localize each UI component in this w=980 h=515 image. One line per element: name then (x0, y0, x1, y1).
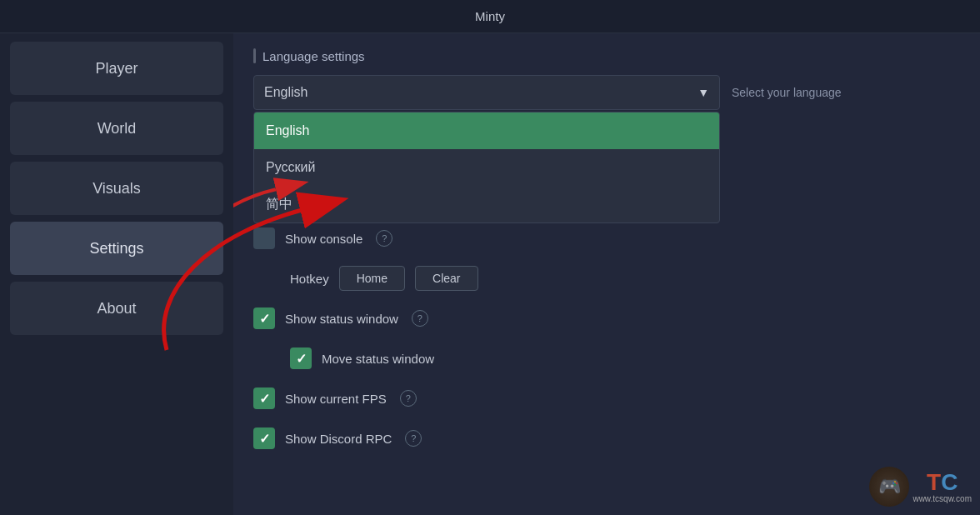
clear-button[interactable]: Clear (415, 266, 478, 291)
sidebar-label-visuals: Visuals (92, 180, 141, 198)
setting-row-show-fps: ✓ Show current FPS ? (253, 378, 960, 418)
setting-label-show-discord: Show Discord RPC (285, 432, 392, 446)
section-header-text: Language settings (262, 49, 365, 63)
checkmark-show-fps: ✓ (259, 391, 270, 407)
sidebar-item-visuals[interactable]: Visuals (10, 162, 223, 215)
language-dropdown: English Русский 简中 (253, 112, 720, 223)
help-badge-show-status-window[interactable]: ? (412, 310, 428, 327)
setting-row-move-status-window: ✓ Move status window (253, 338, 960, 378)
language-select-wrapper: English ▼ English Русский 简中 (253, 75, 720, 110)
setting-label-show-console: Show console (285, 232, 362, 246)
help-badge-show-discord[interactable]: ? (405, 430, 422, 447)
hotkey-label: Hotkey (290, 272, 329, 286)
language-row: English ▼ English Русский 简中 Select you (253, 75, 960, 110)
main-container: Player World Visuals Settings About Lang… (0, 33, 980, 515)
title-bar: Minty (0, 0, 980, 33)
hotkey-row: Hotkey Home Clear (253, 258, 960, 298)
watermark-url: www.tcsqw.com (912, 494, 972, 503)
setting-label-move-status-window: Move status window (322, 352, 434, 366)
lang-option-english[interactable]: English (254, 112, 719, 149)
lang-option-chinese[interactable]: 简中 (254, 186, 719, 222)
sidebar-item-settings[interactable]: Settings (10, 222, 223, 275)
watermark-tc: TC (927, 471, 958, 494)
checkbox-show-discord[interactable]: ✓ (253, 428, 275, 449)
setting-row-show-console: Show console ? (253, 218, 960, 258)
checkmark-move-status-window: ✓ (296, 351, 307, 367)
watermark: 🎮 TC www.tcsqw.com (869, 467, 972, 507)
sidebar-label-player: Player (95, 60, 138, 78)
setting-label-show-status-window: Show status window (285, 312, 398, 326)
help-badge-show-console[interactable]: ? (376, 230, 392, 247)
checkbox-show-console[interactable] (253, 228, 275, 249)
dropdown-arrow-icon: ▼ (698, 86, 709, 99)
checkbox-show-fps[interactable]: ✓ (253, 388, 275, 409)
sidebar-label-about: About (97, 300, 136, 318)
language-selected-value: English (264, 85, 308, 100)
checkbox-move-status-window[interactable]: ✓ (290, 348, 312, 369)
language-hint: Select your language (732, 86, 842, 99)
help-badge-show-fps[interactable]: ? (400, 390, 417, 407)
section-header-line (253, 48, 256, 63)
setting-row-show-status-window: ✓ Show status window ? (253, 298, 960, 338)
language-select-display[interactable]: English ▼ (253, 75, 720, 110)
checkbox-show-status-window[interactable]: ✓ (253, 308, 275, 329)
setting-row-show-discord: ✓ Show Discord RPC ? (253, 418, 960, 458)
sidebar-item-player[interactable]: Player (10, 42, 223, 95)
watermark-icon: 🎮 (869, 467, 909, 507)
checkmark-show-status-window: ✓ (259, 311, 270, 327)
sidebar: Player World Visuals Settings About (0, 33, 233, 515)
content-area: Language settings English ▼ English Русс… (233, 33, 980, 515)
setting-label-show-fps: Show current FPS (285, 392, 387, 406)
lang-option-russian[interactable]: Русский (254, 149, 719, 186)
app-title: Minty (475, 9, 505, 23)
sidebar-label-settings: Settings (89, 240, 143, 258)
checkmark-show-discord: ✓ (259, 431, 270, 447)
home-button[interactable]: Home (339, 266, 405, 291)
watermark-text: TC www.tcsqw.com (912, 471, 972, 503)
sidebar-item-world[interactable]: World (10, 102, 223, 155)
sidebar-label-world: World (98, 120, 137, 138)
section-header: Language settings (253, 48, 960, 63)
settings-section: Show console ? Hotkey Home Clear ✓ Show … (253, 218, 960, 458)
sidebar-item-about[interactable]: About (10, 282, 223, 335)
